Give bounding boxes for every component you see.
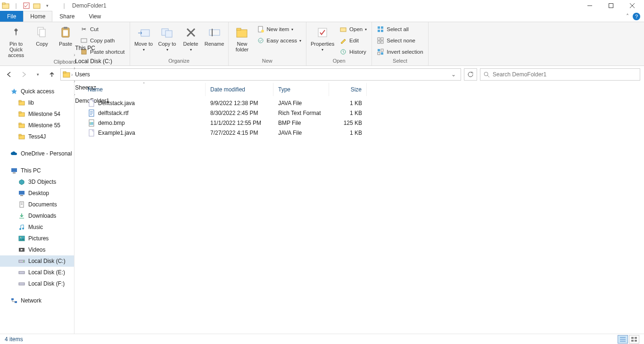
chevron-right-icon[interactable]: › [74, 66, 75, 71]
paste-button[interactable]: Paste [55, 23, 76, 47]
nav-quick-access: Quick access libMilestone 54Milestone 55… [0, 86, 74, 142]
file-type: JAVA File [273, 130, 329, 136]
nav-onedrive[interactable]: OneDrive - Personal [0, 148, 74, 159]
tab-view[interactable]: View [82, 11, 108, 22]
chevron-right-icon[interactable]: › [74, 52, 75, 57]
pin-icon [8, 25, 24, 40]
nav-this-pc-item[interactable]: Local Disk (C:) [0, 255, 74, 267]
group-new: New folder New item ▾ Easy access ▾ New [229, 22, 307, 66]
help-icon[interactable]: ? [633, 13, 640, 20]
edit-button[interactable]: Edit [338, 35, 369, 46]
address-bar[interactable]: › This PC›Local Disk (C:)›Users›Sheeraz›… [60, 68, 461, 81]
tab-home[interactable]: Home [23, 11, 52, 22]
properties-qat-icon[interactable] [22, 1, 31, 10]
nav-this-pc-item[interactable]: Pictures [0, 233, 74, 244]
refresh-button[interactable] [464, 68, 477, 81]
invert-selection-icon [377, 48, 384, 56]
new-folder-button[interactable]: New folder [231, 23, 253, 52]
file-row[interactable]: Example1.java7/27/2022 4:15 PMJAVA File1… [74, 128, 644, 138]
navigation-pane: Quick access libMilestone 54Milestone 55… [0, 83, 74, 334]
nav-quick-access-header[interactable]: Quick access [0, 86, 74, 97]
search-box[interactable] [480, 68, 640, 81]
select-all-button[interactable]: Select all [375, 24, 425, 34]
column-date[interactable]: Date modified [206, 83, 273, 96]
chevron-right-icon[interactable]: › [71, 72, 73, 77]
move-to-button[interactable]: Move to▾ [133, 23, 155, 52]
open-button[interactable]: Open ▾ [338, 24, 369, 34]
copy-to-button[interactable]: Copy to▾ [157, 23, 178, 52]
nav-this-pc-item[interactable]: Downloads [0, 210, 74, 221]
svg-point-63 [22, 228, 24, 229]
drive-icon [18, 212, 25, 220]
breadcrumb-segment[interactable]: Local Disk (C:) [74, 58, 114, 65]
delete-button[interactable]: Delete▾ [180, 23, 202, 52]
file-row[interactable]: Delftstack.java9/9/2022 12:38 PMJAVA Fil… [74, 98, 644, 108]
nav-this-pc-item[interactable]: Music [0, 221, 74, 233]
back-button[interactable] [4, 69, 15, 80]
nav-this-pc-item[interactable]: Videos [0, 244, 74, 255]
qat-dropdown-icon[interactable]: ▾ [43, 1, 51, 10]
collapse-ribbon-icon[interactable]: ˄ [626, 13, 629, 20]
svg-rect-81 [89, 130, 94, 136]
address-bar-row: ▾ › This PC›Local Disk (C:)›Users›Sheera… [0, 66, 644, 83]
folder-icon [18, 122, 25, 129]
minimize-button[interactable] [579, 0, 600, 11]
svg-rect-85 [631, 337, 634, 339]
details-view-button[interactable] [618, 335, 628, 344]
copy-button[interactable]: Copy [31, 23, 53, 47]
search-input[interactable] [493, 71, 637, 78]
paste-icon [58, 25, 73, 40]
svg-rect-23 [237, 28, 241, 30]
file-type: Rich Text Format [273, 110, 329, 116]
easy-access-button[interactable]: Easy access ▾ [255, 35, 304, 46]
svg-rect-17 [165, 31, 172, 37]
properties-button[interactable]: Properties▾ [309, 23, 336, 52]
file-size: 1 KB [329, 110, 367, 116]
history-button[interactable]: History [338, 47, 369, 57]
group-open: Properties▾ Open ▾ Edit History Open [306, 22, 372, 66]
nav-this-pc-item[interactable]: Local Disk (F:) [0, 278, 74, 289]
nav-network[interactable]: Network [0, 295, 74, 306]
close-button[interactable] [621, 0, 643, 11]
recent-locations-button[interactable]: ▾ [32, 69, 43, 80]
tab-file[interactable]: File [0, 11, 23, 22]
nav-quick-access-item[interactable]: Milestone 55 [0, 120, 74, 131]
quick-access-icon [10, 88, 18, 95]
drive-icon [18, 189, 25, 197]
nav-this-pc-item[interactable]: Desktop [0, 188, 74, 199]
rename-button[interactable]: Rename [204, 23, 225, 47]
forward-button[interactable] [18, 69, 29, 80]
column-size[interactable]: Size [329, 83, 367, 96]
invert-selection-button[interactable]: Invert selection [375, 47, 425, 57]
file-row[interactable]: delftstack.rtf8/30/2022 2:45 PMRich Text… [74, 108, 644, 118]
nav-this-pc-item[interactable]: Local Disk (E:) [0, 267, 74, 278]
nav-quick-access-item[interactable]: Tess4J [0, 131, 74, 142]
file-name: delftstack.rtf [98, 110, 129, 116]
breadcrumb-segment[interactable]: This PC [74, 45, 114, 51]
column-name[interactable]: Name˄ [83, 83, 206, 96]
file-row[interactable]: demo.bmp11/1/2022 12:55 PMBMP File125 KB [74, 118, 644, 128]
window-title: DemoFolder1 [70, 2, 107, 9]
nav-this-pc-item[interactable]: 3D Objects [0, 176, 74, 188]
nav-this-pc-item[interactable]: Documents [0, 199, 74, 210]
breadcrumb-segment[interactable]: Users [74, 71, 114, 78]
new-item-button[interactable]: New item ▾ [255, 24, 304, 34]
up-button[interactable] [46, 69, 58, 80]
column-type[interactable]: Type [273, 83, 329, 96]
address-dropdown-icon[interactable]: ⌄ [448, 71, 459, 78]
nav-quick-access-item[interactable]: Milestone 54 [0, 108, 74, 120]
folder-qat-icon[interactable] [33, 1, 41, 10]
nav-this-pc[interactable]: This PC [0, 165, 74, 176]
select-none-button[interactable]: Select none [375, 35, 425, 46]
maximize-button[interactable] [600, 0, 621, 11]
ribbon-tabs: File Home Share View ˄ ? [0, 11, 644, 22]
tab-share[interactable]: Share [52, 11, 82, 22]
this-pc-icon [10, 167, 18, 174]
drive-icon [18, 201, 25, 208]
nav-quick-access-item[interactable]: lib [0, 97, 74, 108]
cut-button[interactable]: ✂Cut [78, 24, 127, 34]
large-icons-view-button[interactable] [629, 335, 639, 344]
copy-path-button[interactable]: Copy path [78, 35, 127, 46]
svg-rect-1 [2, 3, 5, 4]
pin-to-quick-access-button[interactable]: Pin to Quick access [3, 23, 29, 58]
